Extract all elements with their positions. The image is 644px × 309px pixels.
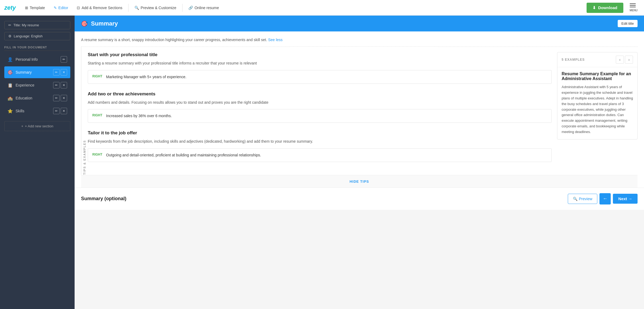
tip-1-example-box: RIGHT Marketing Manager with 5+ years of… bbox=[88, 70, 552, 84]
sidebar-item-experience[interactable]: 📋 Experience ✏ ✕ bbox=[4, 79, 70, 91]
tip-block-1: Start with your professional title Start… bbox=[88, 52, 552, 84]
sidebar-item-summary[interactable]: 🎯 Summary ✏ ✕ bbox=[4, 66, 70, 78]
nav-template[interactable]: ⊞ Template bbox=[21, 4, 49, 12]
content-area: 🎯 Summary Edit title A resume summary is… bbox=[75, 16, 644, 309]
experience-delete-btn[interactable]: ✕ bbox=[61, 82, 67, 88]
summary-edit-btn[interactable]: ✏ bbox=[53, 69, 60, 76]
tip-2-description: Add numbers and details. Focusing on res… bbox=[88, 99, 552, 105]
intro-main-text: A resume summary is a short, snappy intr… bbox=[81, 38, 267, 42]
tip-3-heading: Tailor it to the job offer bbox=[88, 130, 552, 136]
back-button[interactable]: ← bbox=[599, 193, 611, 204]
bottom-section: Summary (optional) 🔍 Preview ← Next → bbox=[75, 188, 644, 210]
nav-template-label: Template bbox=[30, 6, 45, 10]
tips-examples-wrapper: TIPS & EXAMPLES Start with your professi… bbox=[81, 47, 638, 175]
hide-tips-button[interactable]: HIDE TIPS bbox=[350, 179, 369, 184]
brand-logo: zety bbox=[4, 4, 16, 11]
nav-editor[interactable]: ✎ Editor bbox=[50, 4, 72, 12]
education-label: Education bbox=[16, 96, 50, 100]
menu-label: MENU bbox=[630, 9, 638, 12]
download-label: Download bbox=[598, 5, 617, 10]
summary-label: Summary bbox=[16, 70, 50, 74]
add-section-label: + Add new section bbox=[25, 124, 53, 128]
experience-icon: 📋 bbox=[8, 83, 13, 88]
tip-3-description: Find keywords from the job description, … bbox=[88, 138, 552, 144]
sidebar-item-education[interactable]: 🏫 Education ✏ ✕ bbox=[4, 92, 70, 104]
editor-icon: ✎ bbox=[54, 6, 57, 10]
tips-section: Start with your professional title Start… bbox=[88, 47, 638, 175]
add-section-button[interactable]: + + Add new section bbox=[4, 121, 70, 131]
add-remove-icon: ⊡ bbox=[77, 6, 80, 10]
preview-icon: 🔍 bbox=[134, 6, 139, 10]
tip-1-heading: Start with your professional title bbox=[88, 52, 552, 58]
intro-text: A resume summary is a short, snappy intr… bbox=[81, 31, 638, 47]
bottom-actions: 🔍 Preview ← Next → bbox=[568, 193, 638, 204]
sidebar: ✏ Title: My resume ⚙ Language: English F… bbox=[0, 16, 75, 309]
section-header-icon: 🎯 bbox=[81, 20, 88, 27]
tips-main: Start with your professional title Start… bbox=[88, 47, 552, 175]
tip-2-heading: Add two or three achievements bbox=[88, 91, 552, 97]
example-title: Resume Summary Example for an Administra… bbox=[562, 71, 633, 81]
experience-label: Experience bbox=[16, 83, 50, 87]
summary-delete-btn[interactable]: ✕ bbox=[61, 69, 67, 76]
sidebar-item-personal-info[interactable]: 👤 Personal Info ✏ bbox=[4, 53, 70, 65]
download-icon: ⬇ bbox=[592, 5, 596, 10]
edit-title-button[interactable]: Edit title bbox=[618, 20, 638, 27]
tip-2-example-box: RIGHT Increased sales by 36% over 6 mont… bbox=[88, 109, 552, 123]
nav-preview-customize[interactable]: 🔍 Preview & Customize bbox=[131, 4, 180, 12]
title-pencil-icon: ✏ bbox=[8, 23, 11, 27]
preview-button[interactable]: 🔍 Preview bbox=[568, 194, 598, 204]
tip-3-example-text: Outgoing and detail-oriented, proficient… bbox=[106, 152, 261, 158]
tip-block-3: Tailor it to the job offer Find keywords… bbox=[88, 130, 552, 162]
education-delete-btn[interactable]: ✕ bbox=[61, 95, 67, 101]
tip-2-example-text: Increased sales by 36% over 6 months. bbox=[106, 113, 172, 119]
skills-icon: ⭐ bbox=[8, 109, 13, 114]
tip-1-description: Starting a resume summary with your prof… bbox=[88, 60, 552, 66]
tips-sidebar: 5 EXAMPLES ‹ › Resume Summary Example fo… bbox=[552, 47, 638, 175]
section-title: Summary bbox=[91, 20, 614, 27]
language-button[interactable]: ⚙ Language: English bbox=[4, 32, 70, 40]
tip-3-badge: RIGHT bbox=[92, 152, 102, 156]
skills-label: Skills bbox=[16, 109, 50, 113]
tip-2-badge: RIGHT bbox=[92, 113, 102, 117]
add-icon: + bbox=[21, 124, 23, 128]
link-icon: 🔗 bbox=[188, 6, 193, 10]
sidebar-controls: ✏ Title: My resume ⚙ Language: English bbox=[4, 21, 70, 40]
nav-online-resume[interactable]: 🔗 Online resume bbox=[185, 4, 223, 12]
nav-divider bbox=[128, 4, 129, 12]
education-edit-btn[interactable]: ✏ bbox=[53, 95, 60, 101]
examples-next-button[interactable]: › bbox=[625, 56, 633, 64]
examples-content: Resume Summary Example for an Administra… bbox=[557, 67, 637, 139]
tip-block-2: Add two or three achievements Add number… bbox=[88, 91, 552, 123]
summary-actions: ✏ ✕ bbox=[53, 69, 67, 76]
nav-add-remove[interactable]: ⊡ Add & Remove Sections bbox=[73, 4, 126, 12]
skills-actions: ✏ ✕ bbox=[53, 108, 67, 114]
skills-edit-btn[interactable]: ✏ bbox=[53, 108, 60, 114]
nav-divider-2 bbox=[182, 4, 182, 12]
example-text: Administrative Assistant with 5 years of… bbox=[562, 84, 633, 135]
personal-info-edit-btn[interactable]: ✏ bbox=[61, 56, 67, 63]
experience-actions: ✏ ✕ bbox=[53, 82, 67, 88]
title-button[interactable]: ✏ Title: My resume bbox=[4, 21, 70, 29]
back-arrow-icon: ← bbox=[603, 196, 608, 202]
section-header: 🎯 Summary Edit title bbox=[75, 16, 644, 31]
section-optional-title: Summary (optional) bbox=[81, 196, 126, 202]
skills-delete-btn[interactable]: ✕ bbox=[61, 108, 67, 114]
examples-header: 5 EXAMPLES ‹ › bbox=[557, 52, 637, 67]
next-button[interactable]: Next → bbox=[613, 194, 638, 204]
education-icon: 🏫 bbox=[8, 96, 13, 101]
see-less-link[interactable]: See less bbox=[268, 38, 283, 42]
nav-preview-label: Preview & Customize bbox=[141, 6, 176, 10]
examples-prev-button[interactable]: ‹ bbox=[616, 56, 624, 64]
experience-edit-btn[interactable]: ✏ bbox=[53, 82, 60, 88]
sidebar-item-skills[interactable]: ⭐ Skills ✏ ✕ bbox=[4, 105, 70, 117]
language-button-label: Language: English bbox=[14, 34, 43, 38]
menu-button[interactable]: MENU bbox=[628, 1, 640, 14]
examples-navigation: ‹ › bbox=[616, 56, 633, 64]
preview-label: Preview bbox=[579, 197, 592, 201]
summary-icon: 🎯 bbox=[8, 70, 13, 75]
personal-info-label: Personal Info bbox=[16, 57, 58, 62]
nav-editor-label: Editor bbox=[58, 6, 68, 10]
download-button[interactable]: ⬇ Download bbox=[587, 3, 623, 13]
education-actions: ✏ ✕ bbox=[53, 95, 67, 101]
language-icon: ⚙ bbox=[8, 34, 12, 38]
